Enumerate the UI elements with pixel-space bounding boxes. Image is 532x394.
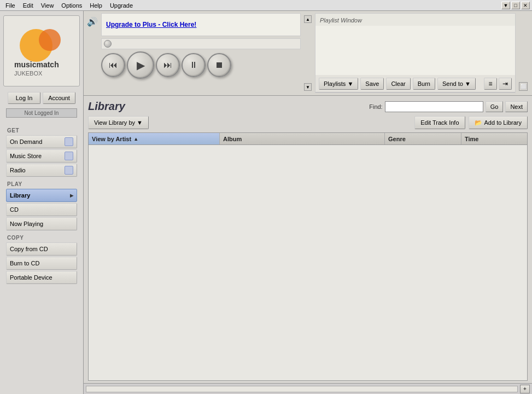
column-genre-label: Genre bbox=[388, 136, 406, 142]
menu-upgrade[interactable]: Upgrade bbox=[107, 2, 136, 9]
equalizer-icon: ≡ bbox=[488, 80, 492, 88]
volume-area: 🔊 bbox=[87, 13, 98, 93]
account-button[interactable]: Account bbox=[43, 92, 75, 104]
edit-track-button[interactable]: Edit Track Info bbox=[414, 116, 465, 129]
sidebar-item-library[interactable]: Library ▶ bbox=[6, 189, 77, 202]
sidebar-item-radio-label: Radio bbox=[10, 167, 26, 173]
maximize-button[interactable]: □ bbox=[511, 2, 520, 9]
sidebar-item-copy-from-cd[interactable]: Copy from CD bbox=[6, 242, 77, 256]
playlist-toolbar: Playlists ▼ Save Clear Burn Send to ▼ ≡ … bbox=[315, 75, 515, 92]
sidebar-item-cd[interactable]: CD bbox=[6, 203, 77, 216]
column-album-label: Album bbox=[223, 136, 242, 142]
sidebar-item-on-demand-label: On Demand bbox=[10, 138, 42, 145]
status-expand-button[interactable]: + bbox=[520, 385, 530, 393]
play-icon: ▶ bbox=[137, 59, 145, 72]
upgrade-banner: Upgrade to Plus - Click Here! bbox=[101, 13, 301, 36]
playlist-window-title: Playlist Window bbox=[315, 14, 515, 26]
sidebar-item-library-label: Library bbox=[10, 192, 30, 199]
export-icon: ⇥ bbox=[502, 80, 508, 88]
expand-icon: + bbox=[523, 386, 527, 392]
menu-edit[interactable]: Edit bbox=[20, 2, 37, 9]
title-bar: File Edit View Options Help Upgrade ▼ □ … bbox=[0, 0, 532, 11]
sidebar-item-burn-to-cd-label: Burn to CD bbox=[10, 260, 39, 266]
progress-knob[interactable] bbox=[104, 40, 112, 48]
pause-button[interactable]: ⏸ bbox=[182, 53, 206, 77]
sidebar-item-burn-to-cd[interactable]: Burn to CD bbox=[6, 257, 77, 270]
add-to-library-label: Add to Library bbox=[484, 119, 522, 126]
find-area: Find: Go Next bbox=[369, 101, 528, 112]
sidebar-item-music-store-label: Music Store bbox=[10, 153, 42, 159]
sidebar-item-on-demand[interactable]: On Demand bbox=[6, 135, 77, 148]
column-header-genre[interactable]: Genre bbox=[385, 133, 461, 144]
sidebar-item-music-store[interactable]: Music Store bbox=[6, 149, 77, 163]
section-copy-label: COPY bbox=[6, 235, 77, 241]
menu-file[interactable]: File bbox=[2, 2, 19, 9]
collapse-button[interactable]: ⬜ bbox=[519, 82, 528, 91]
window-controls: ▼ □ ✕ bbox=[501, 2, 530, 9]
library-title: Library bbox=[88, 100, 125, 113]
library-area: Library Find: Go Next View Library by ▼ … bbox=[84, 96, 532, 383]
library-toolbar: View Library by ▼ Edit Track Info 📂 Add … bbox=[88, 116, 528, 129]
scroll-down-button[interactable]: ▼ bbox=[304, 83, 312, 91]
sidebar-item-portable-device-label: Portable Device bbox=[10, 274, 52, 281]
main-container: musicmatch JUKEBOX Log In Account Not Lo… bbox=[0, 11, 532, 394]
login-status: Not Logged In bbox=[6, 108, 77, 118]
clear-button[interactable]: Clear bbox=[386, 78, 410, 90]
column-header-album[interactable]: Album bbox=[220, 133, 385, 144]
minimize-button[interactable]: ▼ bbox=[501, 2, 510, 9]
view-library-label: View Library by ▼ bbox=[94, 119, 143, 126]
login-button[interactable]: Log In bbox=[8, 92, 40, 104]
svg-text:JUKEBOX: JUKEBOX bbox=[14, 70, 43, 77]
sidebar-item-cd-label: CD bbox=[10, 206, 19, 213]
library-header: Library Find: Go Next bbox=[88, 100, 528, 113]
menu-options[interactable]: Options bbox=[58, 2, 85, 9]
save-button[interactable]: Save bbox=[360, 78, 384, 90]
add-icon: 📂 bbox=[475, 119, 482, 126]
playlist-content bbox=[315, 26, 515, 75]
column-time-label: Time bbox=[465, 136, 478, 142]
library-actions: Edit Track Info 📂 Add to Library bbox=[414, 116, 528, 129]
radio-indicator bbox=[65, 166, 73, 175]
library-table: View by Artist ▲ Album Genre Time bbox=[88, 132, 528, 381]
burn-button[interactable]: Burn bbox=[413, 78, 435, 90]
prev-icon: ⏮ bbox=[109, 60, 118, 70]
send-to-button[interactable]: Send to ▼ bbox=[437, 78, 476, 90]
next-button[interactable]: ⏭ bbox=[156, 53, 180, 77]
add-to-library-button[interactable]: 📂 Add to Library bbox=[469, 116, 528, 129]
sidebar-item-now-playing[interactable]: Now Playing bbox=[6, 217, 77, 230]
prev-button[interactable]: ⏮ bbox=[101, 53, 125, 77]
column-header-artist[interactable]: View by Artist ▲ bbox=[89, 133, 220, 144]
next-button[interactable]: Next bbox=[505, 101, 528, 112]
scroll-up-button[interactable]: ▲ bbox=[304, 15, 312, 23]
menu-bar: File Edit View Options Help Upgrade bbox=[2, 2, 136, 9]
playlist-icon-buttons: ≡ ⇥ bbox=[484, 78, 512, 90]
upgrade-link[interactable]: Upgrade to Plus - Click Here! bbox=[106, 21, 196, 28]
export-icon-button[interactable]: ⇥ bbox=[499, 78, 512, 90]
menu-help[interactable]: Help bbox=[86, 2, 106, 9]
close-button[interactable]: ✕ bbox=[521, 2, 530, 9]
svg-text:musicmatch: musicmatch bbox=[14, 60, 59, 69]
playlists-button[interactable]: Playlists ▼ bbox=[319, 78, 358, 90]
player-controls-area: Upgrade to Plus - Click Here! ⏮ ▶ ⏭ bbox=[101, 13, 301, 93]
library-arrow-icon: ▶ bbox=[70, 193, 73, 198]
play-button[interactable]: ▶ bbox=[127, 51, 154, 79]
menu-view[interactable]: View bbox=[38, 2, 57, 9]
player-scroll: ▲ ▼ bbox=[304, 15, 312, 91]
go-button[interactable]: Go bbox=[486, 101, 504, 112]
sidebar: musicmatch JUKEBOX Log In Account Not Lo… bbox=[0, 11, 84, 394]
column-header-time[interactable]: Time bbox=[461, 133, 527, 144]
progress-bar[interactable] bbox=[101, 38, 301, 49]
find-label: Find: bbox=[369, 103, 382, 110]
stop-button[interactable]: ⏹ bbox=[207, 53, 231, 77]
status-progress-bar bbox=[86, 386, 518, 392]
sort-arrow-icon: ▲ bbox=[133, 136, 138, 142]
sidebar-item-now-playing-label: Now Playing bbox=[10, 221, 43, 227]
transport-controls: ⏮ ▶ ⏭ ⏸ ⏹ bbox=[101, 51, 301, 79]
equalizer-icon-button[interactable]: ≡ bbox=[484, 78, 497, 90]
auth-buttons: Log In Account bbox=[8, 92, 75, 104]
sidebar-item-portable-device[interactable]: Portable Device bbox=[6, 271, 77, 284]
volume-icon[interactable]: 🔊 bbox=[87, 16, 98, 27]
find-input[interactable] bbox=[385, 101, 483, 112]
view-library-button[interactable]: View Library by ▼ bbox=[88, 116, 149, 129]
sidebar-item-radio[interactable]: Radio bbox=[6, 164, 77, 177]
